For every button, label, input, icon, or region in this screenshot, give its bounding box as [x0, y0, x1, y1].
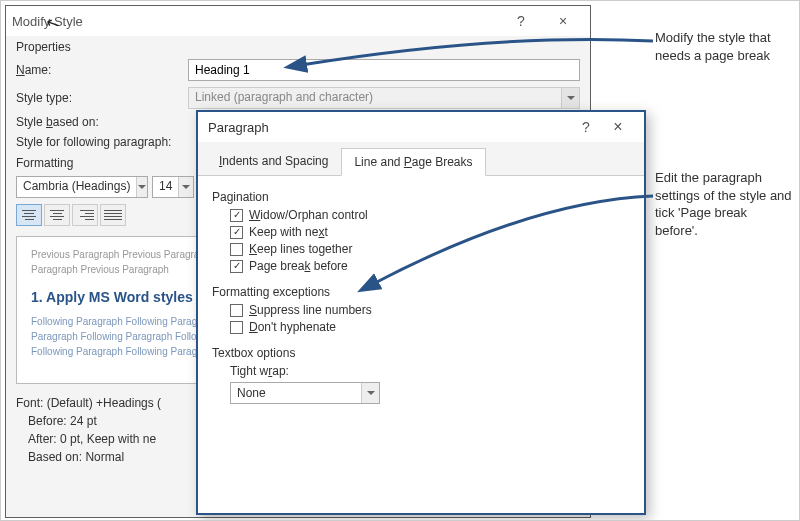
name-label: Name: [16, 63, 188, 77]
dont-hyphenate-row[interactable]: Don't hyphenate [230, 320, 630, 334]
checkbox-icon[interactable] [230, 243, 243, 256]
checkbox-icon[interactable] [230, 321, 243, 334]
paragraph-body: Pagination ✓ Widow/Orphan control ✓ Keep… [198, 176, 644, 416]
tab-indents-spacing[interactable]: Indents and Spacing [206, 147, 341, 175]
chevron-down-icon[interactable] [136, 177, 147, 197]
style-type-value: Linked (paragraph and character) [189, 88, 561, 108]
suppress-line-numbers-row[interactable]: Suppress line numbers [230, 303, 630, 317]
style-following-label: Style for following paragraph: [16, 135, 188, 149]
keep-lines-together-row[interactable]: Keep lines together [230, 242, 630, 256]
suppress-line-numbers-label: Suppress line numbers [249, 303, 372, 317]
align-center-button[interactable] [44, 204, 70, 226]
font-size-value: 14 [153, 177, 178, 197]
tab-line-page-breaks[interactable]: Line and Page Breaks [341, 148, 485, 176]
name-input[interactable] [188, 59, 580, 81]
font-name-value: Cambria (Headings) [17, 177, 136, 197]
name-row: Name: [6, 56, 590, 84]
modify-title-bar: Modify Style ↖ ? × [6, 6, 590, 36]
chevron-down-icon[interactable] [178, 177, 193, 197]
keep-with-next-label: Keep with next [249, 225, 328, 239]
align-justify-button[interactable] [100, 204, 126, 226]
widow-orphan-label: Widow/Orphan control [249, 208, 368, 222]
checkbox-icon[interactable]: ✓ [230, 226, 243, 239]
widow-orphan-row[interactable]: ✓ Widow/Orphan control [230, 208, 630, 222]
tight-wrap-label: Tight wrap: [230, 364, 630, 378]
textbox-options-label: Textbox options [212, 346, 630, 360]
style-type-combo: Linked (paragraph and character) [188, 87, 580, 109]
formatting-exceptions-label: Formatting exceptions [212, 285, 630, 299]
style-type-label: Style type: [16, 91, 188, 105]
style-type-row: Style type: Linked (paragraph and charac… [6, 84, 590, 112]
page-break-before-label: Page break before [249, 259, 348, 273]
tight-wrap-value: None [231, 383, 361, 403]
page-break-before-row[interactable]: ✓ Page break before [230, 259, 630, 273]
dont-hyphenate-label: Don't hyphenate [249, 320, 336, 334]
font-name-combo[interactable]: Cambria (Headings) [16, 176, 148, 198]
tight-wrap-combo[interactable]: None [230, 382, 380, 404]
font-size-combo[interactable]: 14 [152, 176, 194, 198]
close-button[interactable]: × [542, 7, 584, 35]
paragraph-tabs: Indents and Spacing Line and Page Breaks [198, 142, 644, 176]
pagination-label: Pagination [212, 190, 630, 204]
annotation-modify-style: Modify the style that needs a page break [655, 29, 793, 64]
paragraph-dialog: Paragraph ? × Indents and Spacing Line a… [196, 110, 646, 515]
style-based-on-label: Style based on: [16, 115, 188, 129]
checkbox-icon[interactable]: ✓ [230, 260, 243, 273]
align-right-button[interactable] [72, 204, 98, 226]
properties-label: Properties [6, 36, 590, 56]
paragraph-title-bar: Paragraph ? × [198, 112, 644, 142]
align-left-button[interactable] [16, 204, 42, 226]
keep-lines-together-label: Keep lines together [249, 242, 352, 256]
close-button[interactable]: × [602, 113, 634, 141]
paragraph-title: Paragraph [208, 120, 269, 135]
help-button[interactable]: ? [570, 113, 602, 141]
chevron-down-icon[interactable] [361, 383, 379, 403]
checkbox-icon[interactable] [230, 304, 243, 317]
chevron-down-icon [561, 88, 579, 108]
keep-with-next-row[interactable]: ✓ Keep with next [230, 225, 630, 239]
help-button[interactable]: ? [500, 7, 542, 35]
annotation-page-break: Edit the paragraph settings of the style… [655, 169, 793, 239]
checkbox-icon[interactable]: ✓ [230, 209, 243, 222]
